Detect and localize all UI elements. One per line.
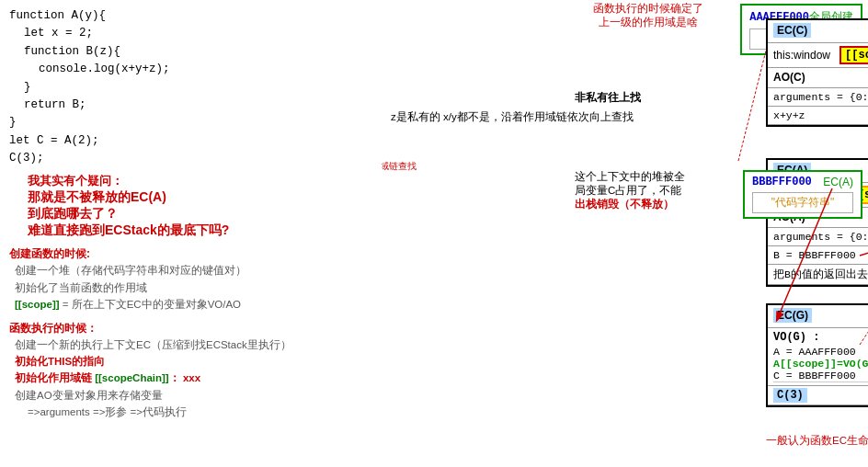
creation-item-3: [[scope]] = 所在上下文EC中的变量对象VO/AO bbox=[15, 296, 372, 313]
ec-c-this: this:window bbox=[773, 49, 830, 62]
code-block: function A(y){ let x = 2; function B(z){… bbox=[9, 7, 372, 167]
annot-z-private: z是私有的 x/y都不是，沿着作用域链依次向上查找 bbox=[391, 110, 749, 124]
ec-g-c3-row: C(3) bbox=[768, 386, 868, 405]
ec-c-box: EC(C) this:window [[scopeChain]]:AO(A) A… bbox=[766, 18, 868, 127]
box-bbbfff: BBBFFF000 EC(A) "代码字符串" bbox=[743, 170, 862, 219]
annot-heap-full: 这个上下文中的堆被全 局变量C占用了，不能 出栈销毁（不释放） bbox=[575, 170, 703, 211]
exec-title: 函数执行的时候： bbox=[9, 321, 372, 336]
ec-c-scope: [[scopeChain]]:AO(A) bbox=[839, 46, 868, 64]
creation-title: 创建函数的时候: bbox=[9, 246, 372, 262]
aoc-xyz-row: x+y+z bbox=[768, 107, 868, 125]
ec-b-return: 把B的值的返回出去 bbox=[773, 268, 868, 280]
code-line-9: C(3); bbox=[9, 150, 372, 167]
creation-item-2: 初始化了当前函数的作用域 bbox=[15, 279, 372, 296]
code-line-2: let x = 2; bbox=[24, 25, 372, 42]
vo-g-c: C = BBBFFF000 bbox=[773, 370, 868, 382]
left-panel: function A(y){ let x = 2; function B(z){… bbox=[0, 0, 382, 467]
code-line-7: } bbox=[9, 114, 372, 131]
annot-bottom: 一般认为函数EC生命周期短，所以不叫函数EC为闭包 bbox=[766, 434, 868, 448]
annot-scope-determination: 函数执行的时候确定了 上一级的作用域是啥 bbox=[570, 2, 726, 29]
ec-g-label: EC(G) bbox=[773, 308, 812, 323]
ec-g-box: EC(G) VO(G) : A = AAAFFF000 A[[scope]]=V… bbox=[766, 303, 868, 407]
annot-nonprivate: 非私有往上找 bbox=[575, 90, 641, 106]
annotation-question3: 到底跑哪去了？ bbox=[28, 206, 372, 222]
code-line-3: function B(z){ bbox=[24, 43, 372, 61]
aoc-args: arguments = {0:3} bbox=[773, 91, 868, 103]
exec-item-2: 初始化THIS的指向 bbox=[15, 353, 372, 370]
vo-g-label: VO(G) : bbox=[773, 331, 868, 344]
vo-g-row: VO(G) : A = AAAFFF000 A[[scope]]=VO(G) C… bbox=[768, 328, 868, 386]
code-line-1: function A(y){ bbox=[9, 7, 372, 25]
aoc-header: AO(C) bbox=[768, 68, 868, 88]
bbbfff-ec-label: EC(A) bbox=[823, 176, 853, 188]
exec-item-4: 创建AO变量对象用来存储变量 bbox=[15, 387, 372, 404]
exec-item-1: 创建一个新的执行上下文EC（压缩到找ECStack里执行） bbox=[15, 336, 372, 353]
ecstack-area: ECStack 函数执行的时候确定了 上一级的作用域是啥 AAAFFF000 全… bbox=[382, 0, 868, 467]
bbbfff-content: "代码字符串" bbox=[752, 192, 853, 213]
ec-b-args: arguments = {0:2} bbox=[773, 231, 868, 243]
vo-g-a-scope: A[[scope]]=VO(G) bbox=[773, 358, 868, 370]
vo-g-inner: VO(G) : A = AAAFFF000 A[[scope]]=VO(G) C… bbox=[773, 331, 868, 382]
c3-label: C(3) bbox=[773, 388, 807, 403]
annotation-question4: 难道直接跑到ECStack的最底下吗? bbox=[28, 222, 372, 239]
annotation-question: 我其实有个疑问： bbox=[28, 173, 372, 189]
code-line-5: } bbox=[24, 79, 372, 97]
aoc-label: AO(C) bbox=[773, 71, 805, 84]
bbbfff-addr: BBBFFF000 bbox=[752, 176, 812, 188]
annotation-question2: 那就是不被释放的EC(A) bbox=[28, 189, 372, 206]
code-line-8: let C = A(2); bbox=[9, 132, 372, 150]
svg-line-2 bbox=[738, 51, 766, 161]
ec-b-b-row: B = BBBFFF000 B[[scope]]=AO(A) bbox=[768, 246, 868, 265]
ec-c-this-row: this:window [[scopeChain]]:AO(A) bbox=[768, 43, 868, 68]
aoc-args-row: arguments = {0:3} z = 3 bbox=[768, 88, 868, 107]
scope-chain-label: 作用域链查找 bbox=[382, 160, 417, 173]
exec-item-5: =>arguments =>形参 =>代码执行 bbox=[28, 404, 372, 420]
ec-b-b-val: B = BBBFFF000 bbox=[773, 249, 856, 261]
ec-b-args-row: arguments = {0:2} y = 2 x = 2 bbox=[768, 228, 868, 246]
exec-item-3: 初始化作用域链 [[scopeChain]]： xxx bbox=[15, 370, 372, 386]
vo-g-a: A = AAAFFF000 bbox=[773, 346, 868, 358]
creation-item-1: 创建一个堆（存储代码字符串和对应的键值对） bbox=[15, 262, 372, 279]
ec-c-header: EC(C) bbox=[768, 20, 868, 43]
aoc-xyz: x+y+z bbox=[773, 109, 805, 121]
ec-c-label: EC(C) bbox=[773, 23, 811, 38]
code-line-4: console.log(x+y+z); bbox=[39, 61, 372, 78]
ec-b-return-row: 把B的值的返回出去 bbox=[768, 265, 868, 285]
code-line-6: return B; bbox=[24, 97, 372, 114]
ec-g-header: EC(G) bbox=[768, 305, 868, 328]
